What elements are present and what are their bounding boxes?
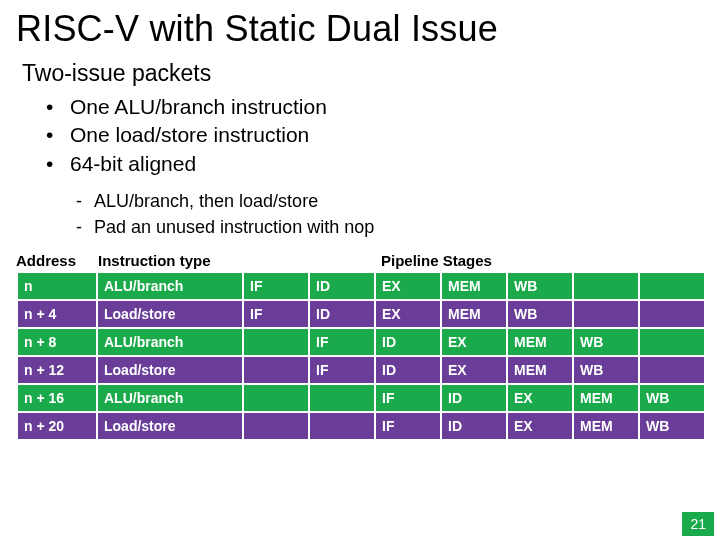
cell-address: n + 20 (17, 412, 97, 440)
cell-stage: MEM (507, 356, 573, 384)
cell-stage (639, 300, 705, 328)
cell-stage: WB (639, 384, 705, 412)
cell-stage: EX (507, 412, 573, 440)
cell-stage (243, 412, 309, 440)
bullet-item: One load/store instruction (46, 121, 704, 149)
table-headers: Address Instruction type Pipeline Stages (16, 252, 704, 269)
cell-stage: ID (441, 412, 507, 440)
table-row: n + 20Load/storeIFIDEXMEMWB (17, 412, 705, 440)
cell-stage: EX (507, 384, 573, 412)
cell-instruction-type: ALU/branch (97, 384, 243, 412)
bullets-level2: ALU/branch, then load/store Pad an unuse… (76, 188, 704, 240)
cell-stage: IF (309, 328, 375, 356)
cell-stage: MEM (573, 384, 639, 412)
cell-stage: WB (507, 272, 573, 300)
cell-stage: ID (309, 300, 375, 328)
page-number: 21 (682, 512, 714, 536)
bullet-item: ALU/branch, then load/store (76, 188, 704, 214)
cell-stage: WB (573, 328, 639, 356)
cell-stage: MEM (507, 328, 573, 356)
table-row: n + 4Load/storeIFIDEXMEMWB (17, 300, 705, 328)
cell-address: n + 12 (17, 356, 97, 384)
table-row: n + 8ALU/branchIFIDEXMEMWB (17, 328, 705, 356)
cell-stage (309, 384, 375, 412)
cell-stage (243, 328, 309, 356)
cell-stage (243, 384, 309, 412)
cell-stage: ID (441, 384, 507, 412)
table-row: n + 16ALU/branchIFIDEXMEMWB (17, 384, 705, 412)
cell-stage: ID (309, 272, 375, 300)
subheading: Two-issue packets (22, 60, 704, 87)
header-address: Address (16, 252, 98, 269)
cell-stage: IF (309, 356, 375, 384)
cell-address: n + 16 (17, 384, 97, 412)
cell-instruction-type: Load/store (97, 412, 243, 440)
header-pipeline-stages: Pipeline Stages (246, 252, 704, 269)
cell-instruction-type: Load/store (97, 300, 243, 328)
cell-instruction-type: ALU/branch (97, 272, 243, 300)
header-instruction-type: Instruction type (98, 252, 246, 269)
cell-stage (639, 328, 705, 356)
cell-stage: WB (507, 300, 573, 328)
table-row: n + 12Load/storeIFIDEXMEMWB (17, 356, 705, 384)
cell-stage (639, 356, 705, 384)
page-title: RISC-V with Static Dual Issue (16, 8, 704, 50)
cell-stage (243, 356, 309, 384)
cell-stage: WB (639, 412, 705, 440)
cell-stage: ID (375, 328, 441, 356)
cell-stage: MEM (441, 272, 507, 300)
cell-address: n + 8 (17, 328, 97, 356)
cell-stage: MEM (441, 300, 507, 328)
cell-instruction-type: Load/store (97, 356, 243, 384)
bullet-item: 64-bit aligned (46, 150, 704, 178)
cell-address: n (17, 272, 97, 300)
cell-instruction-type: ALU/branch (97, 328, 243, 356)
slide: RISC-V with Static Dual Issue Two-issue … (0, 0, 720, 540)
cell-stage: IF (375, 384, 441, 412)
cell-stage (573, 300, 639, 328)
cell-stage: IF (243, 272, 309, 300)
cell-stage: ID (375, 356, 441, 384)
table-row: nALU/branchIFIDEXMEMWB (17, 272, 705, 300)
cell-stage: EX (375, 300, 441, 328)
cell-stage: IF (375, 412, 441, 440)
bullet-item: Pad an unused instruction with nop (76, 214, 704, 240)
cell-stage: IF (243, 300, 309, 328)
pipeline-table: nALU/branchIFIDEXMEMWBn + 4Load/storeIFI… (16, 271, 706, 441)
bullets-level1: One ALU/branch instruction One load/stor… (46, 93, 704, 178)
cell-stage (639, 272, 705, 300)
cell-stage: WB (573, 356, 639, 384)
cell-address: n + 4 (17, 300, 97, 328)
bullet-item: One ALU/branch instruction (46, 93, 704, 121)
cell-stage: EX (441, 356, 507, 384)
cell-stage: EX (375, 272, 441, 300)
cell-stage: MEM (573, 412, 639, 440)
cell-stage (573, 272, 639, 300)
cell-stage: EX (441, 328, 507, 356)
cell-stage (309, 412, 375, 440)
